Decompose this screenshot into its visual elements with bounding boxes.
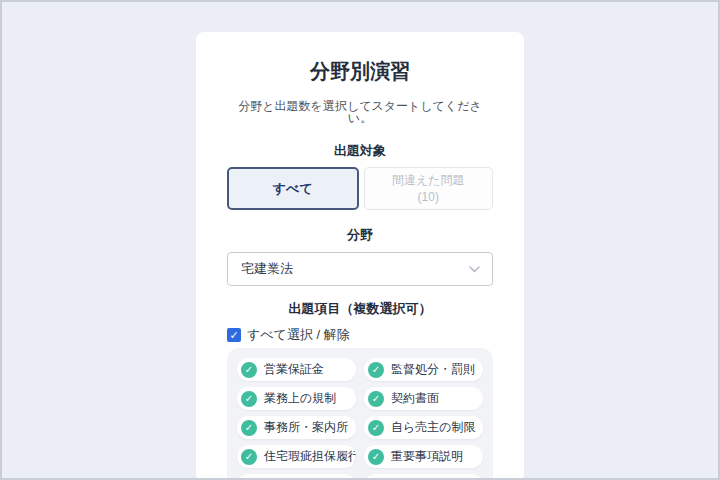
target-option-all-button[interactable]: すべて [227, 167, 359, 210]
topic-pill[interactable]: ✓ 契約書面 [364, 387, 483, 410]
topic-pill[interactable]: ✓ 事務所・案内所 [237, 416, 356, 439]
topic-label: 契約書面 [391, 390, 439, 407]
category-section-label: 分野 [227, 228, 493, 241]
topic-pill[interactable]: ✓ 営業保証金 [237, 358, 356, 381]
check-icon: ✓ [368, 420, 384, 436]
chevron-down-icon [469, 266, 480, 273]
check-icon: ✓ [368, 391, 384, 407]
check-icon: ✓ [241, 449, 257, 465]
topic-label: 自ら売主の制限 [391, 419, 476, 436]
topic-label: 営業保証金 [264, 361, 324, 378]
check-icon: ✓ [368, 362, 384, 378]
target-option-wrong-count: (10) [418, 189, 439, 206]
category-select[interactable]: 宅建業法 [227, 252, 493, 286]
page-title: 分野別演習 [227, 58, 493, 84]
target-option-wrong-button[interactable]: 間違えた問題 (10) [364, 167, 494, 210]
select-all-checkbox[interactable]: ✓ [227, 328, 241, 342]
topic-label: 事務所・案内所 [264, 419, 348, 436]
topic-pill[interactable]: ✓ 自ら売主の制限 [364, 416, 483, 439]
target-option-wrong-label: 間違えた問題 [392, 172, 465, 189]
topics-panel: ✓ 営業保証金 ✓ 監督処分・罰則 ✓ 業務上の規制 ✓ 契約書面 ✓ 事務所・… [227, 348, 493, 480]
topic-pill[interactable]: ✓ 宅建業保証協会 [237, 474, 356, 480]
topic-pill[interactable]: ✓ 業務上の規制 [237, 387, 356, 410]
topics-section-label: 出題項目（複数選択可） [227, 302, 493, 315]
page-background: { "card": { "title": "分野別演習", "subtitle"… [0, 0, 720, 480]
check-icon: ✓ [241, 362, 257, 378]
topic-pill[interactable]: ✓ 宅建業法：総合 [364, 474, 483, 480]
target-segmented-control: すべて 間違えた問題 (10) [227, 167, 493, 210]
check-icon: ✓ [241, 420, 257, 436]
topic-label: 重要事項説明 [391, 448, 463, 465]
select-all-label: すべて選択 / 解除 [247, 326, 350, 344]
topic-label: 監督処分・罰則 [391, 361, 475, 378]
page-subtitle: 分野と出題数を選択してスタートしてください。 [227, 100, 493, 124]
target-option-all-label: すべて [273, 180, 313, 198]
topic-label: 住宅瑕疵担保履行法 [264, 448, 356, 465]
topic-pill[interactable]: ✓ 重要事項説明 [364, 445, 483, 468]
topic-pill[interactable]: ✓ 監督処分・罰則 [364, 358, 483, 381]
topic-label: 業務上の規制 [264, 390, 336, 407]
category-selected-value: 宅建業法 [241, 260, 293, 278]
target-section-label: 出題対象 [227, 144, 493, 157]
check-icon: ✓ [368, 449, 384, 465]
select-all-toggle[interactable]: ✓ すべて選択 / 解除 [227, 326, 493, 344]
topic-pill[interactable]: ✓ 住宅瑕疵担保履行法 [237, 445, 356, 468]
practice-setup-card: 分野別演習 分野と出題数を選択してスタートしてください。 出題対象 すべて 間違… [196, 32, 524, 480]
check-icon: ✓ [241, 391, 257, 407]
